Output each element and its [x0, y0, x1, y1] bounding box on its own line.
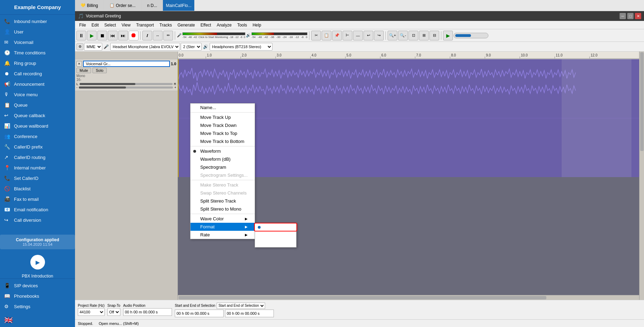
submenu-16bit[interactable]: 16-bit PCM — [255, 223, 296, 231]
sidebar-item-phonebooks[interactable]: 📖 Phonebooks — [0, 291, 75, 301]
tab-extra[interactable]: n D... — [142, 0, 163, 11]
sidebar-item-call-diversion[interactable]: ↪ Call diversion — [0, 215, 75, 225]
menu-item-move-up[interactable]: Move Track Up — [190, 113, 255, 121]
gain-slider[interactable] — [79, 86, 173, 89]
tab-order[interactable]: 📋 Order se... — [104, 0, 142, 11]
zoom-fit-button[interactable]: ⊡ — [409, 31, 418, 40]
h-scroll-thumb[interactable] — [179, 296, 546, 299]
volume-slider[interactable] — [80, 83, 172, 85]
selection-start-input[interactable] — [175, 310, 224, 317]
record-button[interactable]: ⏺ — [129, 31, 138, 40]
menu-item-split-stereo-track[interactable]: Split Stereo Track — [190, 197, 255, 205]
play-green-button[interactable]: ▶ — [443, 31, 453, 40]
minimize-button[interactable]: ─ — [620, 13, 626, 19]
selection-mode-select[interactable]: Start and End of Selection — [217, 303, 265, 309]
skip-end-button[interactable]: ⏭ — [118, 31, 128, 40]
horizontal-scrollbar[interactable] — [178, 295, 639, 300]
channels-select[interactable]: 2 (Stereo) Recording Cha... — [181, 43, 202, 51]
sidebar-item-sip-devices[interactable]: 📱 SIP devices — [0, 280, 75, 291]
host-select[interactable]: MME — [84, 43, 102, 51]
submenu-24bit[interactable]: 24-bit PCM — [255, 231, 296, 239]
menu-item-rate[interactable]: Rate ▶ — [190, 231, 255, 239]
sidebar-item-ring-group[interactable]: 🔔 Ring group — [0, 58, 75, 68]
menu-item-wave-color[interactable]: Wave Color ▶ — [190, 215, 255, 223]
close-button[interactable]: ✕ — [635, 13, 641, 19]
menu-item-move-bottom[interactable]: Move Track to Bottom — [190, 137, 255, 145]
mute-button[interactable]: Mute — [76, 68, 91, 73]
trim-button[interactable]: ⊢ — [343, 31, 352, 40]
main-call-flow-btn[interactable]: MainCallFlo... — [163, 0, 194, 11]
menu-file[interactable]: File — [76, 22, 89, 28]
vertical-scrollbar[interactable] — [639, 52, 644, 300]
sidebar-item-call-recording[interactable]: ⏺ Call recording — [0, 68, 75, 79]
silence-button[interactable]: — — [353, 31, 363, 40]
sidebar-item-conference[interactable]: 👥 Conference — [0, 131, 75, 142]
sidebar-item-queue[interactable]: 📋 Queue — [0, 100, 75, 110]
draw-tool[interactable]: ✏ — [163, 31, 173, 40]
sidebar-item-announcement[interactable]: 📢 Announcement — [0, 79, 75, 89]
menu-item-waveform[interactable]: Waveform — [190, 147, 255, 155]
sidebar-item-set-callerid[interactable]: 📞 Set CallerID — [0, 173, 75, 183]
submenu-32bit[interactable]: 32-bit float — [255, 239, 296, 247]
play-button[interactable]: ▶ — [87, 31, 97, 40]
envelope-tool[interactable]: ↔ — [153, 31, 163, 40]
input-arrow-btn[interactable]: ⚙ — [76, 43, 83, 50]
sidebar-item-time-conditions[interactable]: 🕐 Time conditions — [0, 47, 75, 58]
track-close-btn[interactable]: ✕ — [76, 61, 82, 67]
sidebar-item-inbound-number[interactable]: 📞 Inbound number — [0, 16, 75, 26]
menu-help[interactable]: Help — [250, 22, 264, 28]
menu-tracks[interactable]: Tracks — [157, 22, 175, 28]
menu-item-move-down[interactable]: Move Track Down — [190, 121, 255, 129]
project-rate-select[interactable]: 44100 — [78, 308, 105, 316]
selection-tool[interactable]: 𝑰 — [142, 31, 152, 40]
menu-effect[interactable]: Effect — [198, 22, 214, 28]
zoom-out-button[interactable]: 🔍- — [398, 31, 408, 40]
copy-button[interactable]: 📋 — [322, 31, 331, 40]
menu-view[interactable]: View — [119, 22, 133, 28]
sidebar-item-fax-email[interactable]: 📠 Fax to email — [0, 194, 75, 204]
menu-item-move-top[interactable]: Move Track to Top — [190, 129, 255, 137]
tab-billing[interactable]: 💛 Billing — [75, 0, 104, 11]
menu-item-split-stereo-mono[interactable]: Split Stereo to Mono — [190, 205, 255, 213]
menu-transport[interactable]: Transport — [133, 22, 157, 28]
sidebar-item-callerid-routing[interactable]: ↗ CallerID routing — [0, 152, 75, 162]
zoom-sel-button[interactable]: ⊞ — [419, 31, 429, 40]
sidebar-item-queue-wallboard[interactable]: 📊 Queue wallboard — [0, 121, 75, 131]
undo-button[interactable]: ↩ — [364, 31, 373, 40]
sidebar-item-voicemail[interactable]: ✉ Voicemail — [0, 37, 75, 47]
pbx-play-button[interactable]: ▶ — [30, 255, 45, 269]
menu-item-waveform-db[interactable]: Waveform (dB) — [190, 155, 255, 163]
menu-item-spectrogram[interactable]: Spectrogram — [190, 163, 255, 171]
menu-item-format[interactable]: Format ▶ 16-bit PCM 24-bit PCM — [190, 223, 255, 231]
menu-tools[interactable]: Tools — [234, 22, 250, 28]
stop-button[interactable]: ⏹ — [97, 31, 107, 40]
sidebar-item-queue-callback[interactable]: ↩ Queue callback — [0, 110, 75, 121]
sidebar-item-internal-number[interactable]: 📍 Internal number — [0, 162, 75, 173]
menu-item-name[interactable]: Name... — [190, 104, 255, 112]
zoom-toggle-button[interactable]: ⊟ — [429, 31, 439, 40]
input-device-select[interactable]: Headset Microphone (Jabra EVOLV — [110, 43, 180, 51]
menu-generate[interactable]: Generate — [175, 22, 198, 28]
selection-end-input[interactable] — [225, 310, 274, 317]
pause-button[interactable]: ⏸ — [76, 31, 86, 40]
sidebar-item-user[interactable]: 👤 User — [0, 26, 75, 37]
audio-position-input[interactable] — [123, 308, 172, 316]
menu-analyze[interactable]: Analyze — [214, 22, 234, 28]
zoom-in-button[interactable]: 🔍+ — [388, 31, 397, 40]
paste-button[interactable]: 📌 — [332, 31, 342, 40]
menu-edit[interactable]: Edit — [89, 22, 102, 28]
sidebar-item-voice-menu[interactable]: 🎙 Voice menu — [0, 89, 75, 100]
track-name-btn[interactable]: Voicemail Gr... — [83, 61, 170, 67]
menu-select[interactable]: Select — [102, 22, 119, 28]
output-device-select[interactable]: Headphones (BT218 Stereo) — [210, 43, 272, 51]
playback-speed-slider[interactable] — [454, 33, 488, 38]
sidebar-item-settings[interactable]: ⚙ Settings — [0, 301, 75, 312]
skip-start-button[interactable]: ⏮ — [108, 31, 118, 40]
cut-button[interactable]: ✂ — [311, 31, 321, 40]
snap-to-select[interactable]: Off — [107, 308, 120, 316]
sidebar-item-callerid-prefix[interactable]: 🔧 CallerID prefix — [0, 142, 75, 152]
redo-button[interactable]: ↪ — [374, 31, 384, 40]
sidebar-item-email-notification[interactable]: 📧 Email notification — [0, 204, 75, 215]
maximize-button[interactable]: □ — [627, 13, 634, 19]
solo-button[interactable]: Solo — [92, 68, 106, 73]
